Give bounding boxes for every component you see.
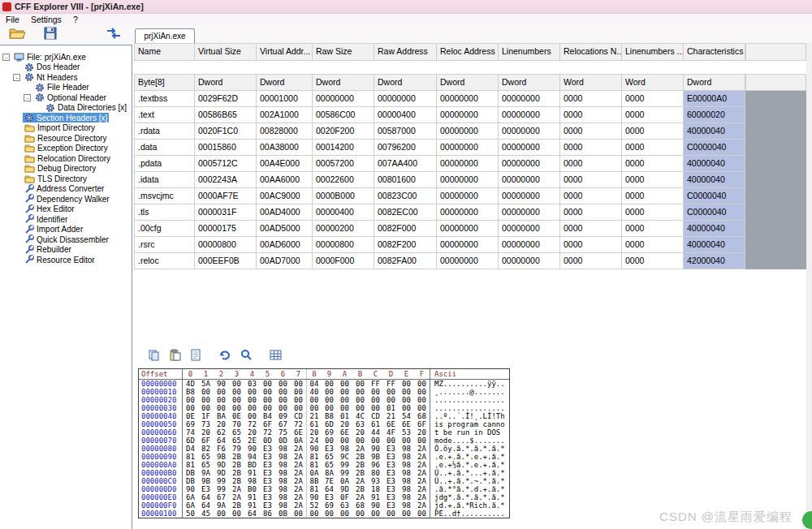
hex-byte[interactable]: 2B bbox=[352, 461, 368, 469]
hex-byte[interactable]: 00 bbox=[275, 404, 291, 412]
cell[interactable]: 0000 bbox=[560, 172, 622, 188]
cell[interactable]: 00000000 bbox=[437, 221, 499, 237]
hex-byte[interactable]: 2A bbox=[352, 493, 368, 501]
hex-options-button[interactable] bbox=[268, 349, 283, 363]
hex-byte[interactable]: 20 bbox=[352, 428, 368, 437]
hex-byte[interactable]: FF bbox=[383, 380, 399, 388]
cell[interactable]: 0082FA00 bbox=[374, 253, 437, 269]
cell[interactable]: 0020F200 bbox=[313, 123, 374, 140]
cell[interactable]: 0000 bbox=[560, 221, 622, 237]
hex-byte[interactable]: E3 bbox=[260, 493, 275, 501]
hex-byte[interactable]: E3 bbox=[260, 477, 275, 485]
cell[interactable]: 00828000 bbox=[257, 123, 313, 140]
hex-byte[interactable]: 00 bbox=[275, 380, 291, 388]
hex-byte[interactable]: 69 bbox=[322, 501, 337, 510]
cell[interactable]: 002A1000 bbox=[257, 107, 313, 123]
cell[interactable]: .rsrc bbox=[134, 237, 195, 253]
hex-byte[interactable]: 90 bbox=[306, 445, 322, 453]
hex-byte[interactable]: 00 bbox=[399, 510, 414, 518]
tree-item-data-directories-x[interactable]: Data Directories [x] bbox=[0, 103, 132, 114]
hex-byte[interactable]: E3 bbox=[383, 485, 399, 493]
hex-byte[interactable]: 20 bbox=[414, 428, 430, 437]
cell[interactable]: 00A4E000 bbox=[257, 156, 313, 172]
hex-byte[interactable]: 9C bbox=[337, 453, 352, 461]
hex-byte[interactable]: 8B bbox=[306, 477, 322, 485]
hex-byte[interactable]: 98 bbox=[275, 501, 291, 510]
column-header[interactable]: Virtual Size bbox=[195, 43, 257, 61]
hex-byte[interactable]: F6 bbox=[214, 445, 229, 453]
hex-byte[interactable]: 2A bbox=[229, 493, 244, 501]
cell[interactable]: 00AC9000 bbox=[257, 188, 313, 204]
hex-byte[interactable]: 65 bbox=[198, 461, 214, 469]
hex-byte[interactable]: E3 bbox=[260, 461, 275, 469]
hex-byte[interactable]: 2A bbox=[414, 501, 430, 510]
cell[interactable]: 00000000 bbox=[437, 91, 499, 107]
cell[interactable]: 0082EC00 bbox=[374, 204, 437, 221]
hex-byte[interactable]: E3 bbox=[383, 493, 399, 501]
tree-item-optional-header[interactable]: -Optional Header bbox=[0, 92, 132, 103]
hex-byte[interactable]: 9A bbox=[214, 501, 229, 510]
hex-byte[interactable]: 9B bbox=[368, 453, 383, 461]
hex-byte[interactable]: 00 bbox=[399, 380, 414, 388]
hex-byte[interactable]: 8A bbox=[322, 469, 337, 477]
hex-byte[interactable]: 0E bbox=[229, 412, 244, 420]
hex-byte[interactable]: 2A bbox=[291, 453, 306, 461]
hex-byte[interactable]: 64 bbox=[214, 437, 229, 445]
cell[interactable]: 00000000 bbox=[437, 253, 499, 269]
cell[interactable]: 40000040 bbox=[684, 172, 745, 188]
hex-byte[interactable]: 2B bbox=[352, 453, 368, 461]
cell[interactable]: .pdata bbox=[134, 156, 195, 172]
cell[interactable]: 00000000 bbox=[437, 107, 499, 123]
hex-byte[interactable]: 00 bbox=[244, 396, 260, 404]
hex-byte[interactable]: 00 bbox=[337, 380, 352, 388]
hex-byte[interactable]: 2A bbox=[291, 469, 306, 477]
hex-byte[interactable]: 64 bbox=[198, 493, 214, 501]
hex-byte[interactable]: 00 bbox=[322, 388, 337, 396]
hex-byte[interactable]: 61 bbox=[368, 420, 383, 428]
cell[interactable]: 0000 bbox=[622, 140, 684, 156]
cell[interactable]: 00000000 bbox=[499, 172, 560, 188]
hex-byte[interactable]: 98 bbox=[399, 453, 414, 461]
tree-item-file-prjxian-exe[interactable]: -File: prjXiAn.exe bbox=[0, 52, 132, 62]
hex-byte[interactable]: 2A bbox=[414, 445, 430, 453]
cell[interactable]: 0000 bbox=[622, 107, 684, 123]
hex-paste-button[interactable] bbox=[167, 349, 182, 363]
cell[interactable]: 00000000 bbox=[499, 221, 560, 237]
hex-byte[interactable]: 00 bbox=[275, 388, 291, 396]
hex-byte[interactable]: 99 bbox=[337, 461, 352, 469]
hex-byte[interactable]: 00 bbox=[260, 388, 275, 396]
cell[interactable]: 0000 bbox=[622, 156, 684, 172]
hex-byte[interactable]: 98 bbox=[399, 461, 414, 469]
hex-byte[interactable]: 6E bbox=[291, 428, 306, 437]
hex-byte[interactable]: E3 bbox=[383, 453, 399, 461]
tree-item-relocation-directory[interactable]: Relocation Directory bbox=[0, 153, 132, 164]
cell[interactable]: 00000000 bbox=[437, 188, 499, 204]
hex-byte[interactable]: 00 bbox=[214, 510, 229, 518]
hex-byte[interactable]: 00 bbox=[399, 437, 414, 445]
hex-byte[interactable]: 65 bbox=[322, 453, 337, 461]
hex-byte[interactable]: DB bbox=[183, 477, 198, 485]
hex-byte[interactable]: 4C bbox=[352, 412, 368, 420]
hex-byte[interactable]: 50 bbox=[183, 510, 198, 518]
hex-byte[interactable]: 00 bbox=[337, 404, 352, 412]
hex-byte[interactable]: 6D bbox=[183, 437, 198, 445]
cell[interactable]: 40000040 bbox=[684, 156, 745, 172]
hex-byte[interactable]: 00 bbox=[244, 412, 260, 420]
hex-byte[interactable]: 4F bbox=[383, 428, 399, 437]
hex-byte[interactable]: 2B bbox=[352, 485, 368, 493]
hex-byte[interactable]: 81 bbox=[306, 485, 322, 493]
column-header[interactable]: Reloc Address bbox=[437, 43, 499, 61]
hex-byte[interactable]: 2A bbox=[414, 469, 430, 477]
hex-byte[interactable]: 64 bbox=[322, 485, 337, 493]
cell[interactable]: 0082F000 bbox=[374, 221, 437, 237]
hex-byte[interactable]: 00 bbox=[198, 404, 214, 412]
cell[interactable]: 42000040 bbox=[684, 253, 745, 269]
hex-byte[interactable]: 98 bbox=[399, 485, 414, 493]
hex-byte[interactable]: 98 bbox=[399, 501, 414, 510]
cell[interactable]: .textbss bbox=[134, 91, 195, 107]
hex-byte[interactable]: 00 bbox=[229, 404, 244, 412]
cell[interactable]: C0000040 bbox=[684, 140, 745, 156]
column-header[interactable]: Raw Size bbox=[313, 43, 374, 61]
hex-byte[interactable]: 00 bbox=[198, 396, 214, 404]
hex-byte[interactable]: D4 bbox=[183, 445, 198, 453]
